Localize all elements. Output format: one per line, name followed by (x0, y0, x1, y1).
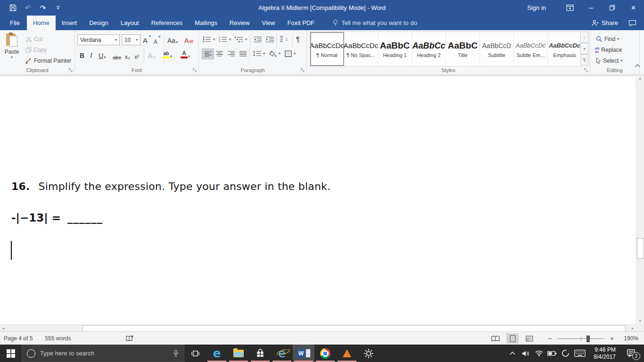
action-center-button[interactable]: 2 (622, 345, 641, 362)
highlight-color-button[interactable]: ab ▾ (162, 48, 173, 58)
undo-icon[interactable]: ↶ (24, 4, 32, 12)
zoom-in-icon[interactable]: + (609, 335, 615, 342)
read-mode-button[interactable] (489, 333, 502, 344)
borders-button[interactable]: ▾ (284, 49, 297, 58)
tab-design[interactable]: Design (83, 16, 114, 30)
style-emphasis[interactable]: AaBbCcDc Emphasis (548, 32, 581, 66)
wifi-icon[interactable] (533, 345, 545, 362)
vertical-scroll-thumb[interactable] (637, 238, 644, 259)
align-right-button[interactable] (225, 49, 237, 58)
sort-button[interactable]: A Z ↓ (279, 33, 289, 43)
find-button[interactable]: Find▾ (595, 34, 620, 44)
paste-button[interactable]: Paste ▾ (2, 33, 22, 66)
taskbar-app-edge[interactable]: e (206, 345, 228, 362)
collapse-ribbon-icon[interactable] (635, 64, 640, 67)
tab-file[interactable]: File (3, 16, 27, 30)
sign-in-link[interactable]: Sign in (527, 4, 546, 11)
tell-me-box[interactable]: Tell me what you want to do (333, 16, 417, 30)
horizontal-scroll-thumb[interactable] (83, 325, 626, 332)
taskbar-app-internet-explorer[interactable]: e (271, 345, 293, 362)
clear-formatting-button[interactable]: A (183, 34, 194, 44)
bullets-button[interactable]: ▾ (202, 34, 216, 44)
style-heading-2[interactable]: AaBbCc Heading 2 (412, 32, 446, 66)
tab-references[interactable]: References (145, 16, 189, 30)
battery-icon[interactable] (546, 345, 558, 362)
justify-button[interactable] (237, 49, 248, 58)
horizontal-scrollbar[interactable]: ◂ ▸ (0, 324, 636, 332)
shading-button[interactable]: ▾ (268, 49, 281, 58)
copy-button[interactable]: Copy (25, 45, 48, 55)
style-subtitle[interactable]: AaBbCcD Subtitle (480, 32, 514, 66)
clipboard-dialog-launcher-icon[interactable] (68, 68, 73, 73)
volume-icon[interactable] (520, 345, 531, 362)
increase-indent-button[interactable] (265, 34, 275, 44)
underline-button[interactable]: U▾ (98, 49, 107, 59)
save-icon[interactable] (8, 4, 17, 12)
share-button[interactable]: Share (592, 19, 618, 26)
show-paragraph-marks-button[interactable]: ¶ (295, 34, 301, 44)
scroll-down-icon[interactable]: ▾ (636, 317, 644, 324)
scroll-up-icon[interactable]: ▴ (636, 75, 644, 82)
redo-icon[interactable]: ↷ (39, 4, 47, 12)
font-name-combo[interactable]: Verdana▾ (77, 34, 120, 45)
change-case-button[interactable]: Aa▾ (166, 34, 179, 44)
style-normal[interactable]: AaBbCcDc ¶ Normal (310, 32, 344, 66)
grow-font-button[interactable]: A▲ (142, 34, 152, 44)
taskbar-search[interactable]: Type here to search (22, 345, 184, 362)
web-layout-button[interactable] (523, 333, 536, 344)
task-view-button[interactable] (184, 345, 206, 362)
tab-mailings[interactable]: Mailings (189, 16, 223, 30)
close-button[interactable]: ✕ (623, 0, 644, 16)
creative-cloud-icon[interactable] (560, 345, 571, 362)
styles-more-icon[interactable]: ▾ (580, 54, 588, 66)
styles-scroll-up-icon[interactable]: ▴ (580, 32, 588, 43)
taskbar-app-vlc[interactable] (336, 345, 358, 362)
ribbon-display-options-icon[interactable] (559, 0, 580, 16)
font-color-button[interactable]: A ▾ (180, 48, 191, 58)
tab-layout[interactable]: Layout (115, 16, 145, 30)
style-heading-1[interactable]: AaBbC Heading 1 (378, 32, 412, 66)
shrink-font-button[interactable]: A▼ (153, 35, 162, 45)
zoom-out-icon[interactable]: − (547, 335, 553, 342)
taskbar-app-store[interactable] (249, 345, 271, 362)
tab-foxit-pdf[interactable]: Foxit PDF (281, 16, 321, 30)
styles-dialog-launcher-icon[interactable] (584, 68, 588, 73)
superscript-button[interactable]: x² (133, 50, 140, 60)
italic-button[interactable]: I (89, 49, 93, 59)
scroll-left-icon[interactable]: ◂ (0, 325, 7, 331)
tray-expand-icon[interactable] (507, 345, 518, 362)
style-title[interactable]: AaBbC Title (446, 32, 480, 66)
vertical-scrollbar[interactable]: ▴ ▾ (636, 75, 644, 324)
cut-button[interactable]: Cut (25, 34, 44, 44)
align-center-button[interactable] (214, 49, 225, 58)
font-dialog-launcher-icon[interactable] (192, 68, 197, 73)
line-spacing-button[interactable]: ▾ (252, 49, 266, 58)
minimize-button[interactable]: ─ (580, 0, 602, 16)
subscript-button[interactable]: x₂ (124, 50, 131, 60)
multilevel-list-button[interactable]: ▾ (234, 34, 248, 44)
styles-scroll-down-icon[interactable]: ▾ (580, 43, 588, 54)
taskbar-app-file-explorer[interactable] (228, 345, 249, 362)
tab-insert[interactable]: Insert (56, 16, 83, 30)
style-no-spacing[interactable]: AaBbCcDc ¶ No Spac... (344, 32, 378, 66)
taskbar-app-settings[interactable] (358, 345, 380, 362)
document-canvas[interactable]: 16.Simplify the expression. Type your an… (0, 75, 644, 324)
replace-button[interactable]: abac Replace (594, 45, 623, 55)
strikethrough-button[interactable]: abe (112, 50, 122, 60)
restore-button[interactable] (602, 0, 623, 16)
bold-button[interactable]: B (79, 49, 85, 59)
format-painter-button[interactable]: Format Painter (25, 56, 72, 66)
proofing-status-icon[interactable] (126, 335, 134, 342)
taskbar-app-word[interactable]: W (293, 345, 314, 362)
tab-review[interactable]: Review (223, 16, 256, 30)
page-indicator[interactable]: Page 4 of 5 (4, 335, 33, 342)
select-button[interactable]: Select▾ (595, 56, 623, 66)
touch-keyboard-icon[interactable] (573, 345, 587, 362)
paragraph-dialog-launcher-icon[interactable] (300, 68, 305, 73)
zoom-level[interactable]: 190% (621, 335, 638, 342)
decrease-indent-button[interactable] (253, 34, 263, 44)
tab-view[interactable]: View (256, 16, 281, 30)
paste-dropdown-icon[interactable]: ▾ (11, 55, 13, 59)
customize-qat-icon[interactable]: ▾ (54, 4, 62, 12)
zoom-slider-thumb[interactable] (586, 336, 590, 342)
